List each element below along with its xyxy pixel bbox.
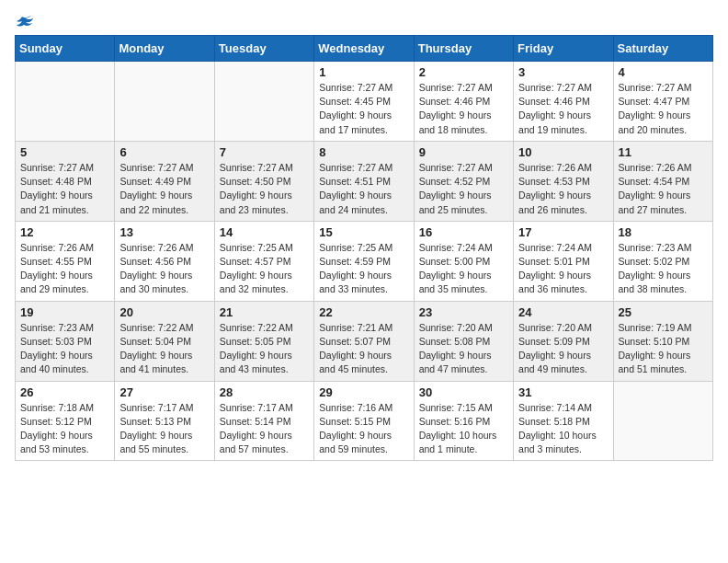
day-info: Sunrise: 7:27 AM Sunset: 4:51 PM Dayligh… (319, 161, 408, 217)
day-number: 14 (220, 225, 309, 239)
calendar-day-cell: 28Sunrise: 7:17 AM Sunset: 5:14 PM Dayli… (214, 381, 313, 461)
day-number: 27 (119, 385, 209, 399)
calendar-day-cell: 26Sunrise: 7:18 AM Sunset: 5:12 PM Dayli… (16, 381, 115, 461)
calendar-day-cell: 5Sunrise: 7:27 AM Sunset: 4:48 PM Daylig… (16, 141, 115, 221)
day-info: Sunrise: 7:25 AM Sunset: 4:57 PM Dayligh… (220, 241, 309, 297)
day-number: 26 (20, 385, 109, 399)
day-info: Sunrise: 7:21 AM Sunset: 5:07 PM Dayligh… (319, 321, 408, 377)
logo-bird-icon (17, 15, 33, 28)
calendar-week-row: 26Sunrise: 7:18 AM Sunset: 5:12 PM Dayli… (16, 381, 713, 461)
calendar-day-cell: 4Sunrise: 7:27 AM Sunset: 4:47 PM Daylig… (613, 62, 712, 142)
day-number: 12 (20, 225, 109, 239)
calendar-day-cell: 20Sunrise: 7:22 AM Sunset: 5:04 PM Dayli… (115, 301, 214, 381)
weekday-header: Monday (115, 36, 214, 62)
weekday-header: Friday (514, 36, 613, 62)
day-number: 23 (419, 305, 508, 319)
weekday-header: Sunday (16, 36, 115, 62)
day-info: Sunrise: 7:18 AM Sunset: 5:12 PM Dayligh… (20, 401, 109, 457)
calendar-day-cell: 19Sunrise: 7:23 AM Sunset: 5:03 PM Dayli… (16, 301, 115, 381)
day-info: Sunrise: 7:27 AM Sunset: 4:45 PM Dayligh… (319, 81, 408, 137)
weekday-header: Tuesday (214, 36, 313, 62)
day-number: 25 (619, 305, 708, 319)
calendar-day-cell: 9Sunrise: 7:27 AM Sunset: 4:52 PM Daylig… (414, 141, 513, 221)
day-number: 13 (119, 225, 209, 239)
calendar-day-cell: 2Sunrise: 7:27 AM Sunset: 4:46 PM Daylig… (414, 62, 513, 142)
day-info: Sunrise: 7:16 AM Sunset: 5:15 PM Dayligh… (319, 401, 408, 457)
calendar-day-cell: 10Sunrise: 7:26 AM Sunset: 4:53 PM Dayli… (514, 141, 613, 221)
page-header (15, 15, 713, 24)
weekday-header: Wednesday (314, 36, 414, 62)
day-info: Sunrise: 7:23 AM Sunset: 5:03 PM Dayligh… (20, 321, 109, 377)
day-info: Sunrise: 7:26 AM Sunset: 4:54 PM Dayligh… (619, 161, 708, 217)
day-info: Sunrise: 7:26 AM Sunset: 4:56 PM Dayligh… (119, 241, 209, 297)
day-number: 9 (419, 145, 508, 159)
calendar-day-cell: 8Sunrise: 7:27 AM Sunset: 4:51 PM Daylig… (314, 141, 414, 221)
calendar-day-cell: 13Sunrise: 7:26 AM Sunset: 4:56 PM Dayli… (115, 221, 214, 301)
day-info: Sunrise: 7:17 AM Sunset: 5:13 PM Dayligh… (119, 401, 209, 457)
day-number: 24 (518, 305, 608, 319)
calendar-day-cell: 17Sunrise: 7:24 AM Sunset: 5:01 PM Dayli… (514, 221, 613, 301)
day-info: Sunrise: 7:27 AM Sunset: 4:46 PM Dayligh… (419, 81, 508, 137)
day-number: 20 (119, 305, 209, 319)
day-info: Sunrise: 7:22 AM Sunset: 5:04 PM Dayligh… (119, 321, 209, 377)
calendar-day-cell: 12Sunrise: 7:26 AM Sunset: 4:55 PM Dayli… (16, 221, 115, 301)
day-info: Sunrise: 7:27 AM Sunset: 4:50 PM Dayligh… (220, 161, 309, 217)
day-info: Sunrise: 7:17 AM Sunset: 5:14 PM Dayligh… (220, 401, 309, 457)
day-number: 29 (319, 385, 408, 399)
logo (15, 15, 33, 24)
day-number: 11 (619, 145, 708, 159)
calendar-week-row: 12Sunrise: 7:26 AM Sunset: 4:55 PM Dayli… (16, 221, 713, 301)
day-info: Sunrise: 7:25 AM Sunset: 4:59 PM Dayligh… (319, 241, 408, 297)
day-number: 16 (419, 225, 508, 239)
calendar-day-cell: 6Sunrise: 7:27 AM Sunset: 4:49 PM Daylig… (115, 141, 214, 221)
calendar-day-cell: 14Sunrise: 7:25 AM Sunset: 4:57 PM Dayli… (214, 221, 313, 301)
day-number: 21 (220, 305, 309, 319)
weekday-header: Saturday (613, 36, 712, 62)
day-info: Sunrise: 7:23 AM Sunset: 5:02 PM Dayligh… (619, 241, 708, 297)
calendar-day-cell: 27Sunrise: 7:17 AM Sunset: 5:13 PM Dayli… (115, 381, 214, 461)
day-info: Sunrise: 7:14 AM Sunset: 5:18 PM Dayligh… (518, 401, 608, 457)
day-info: Sunrise: 7:27 AM Sunset: 4:52 PM Dayligh… (419, 161, 508, 217)
day-info: Sunrise: 7:20 AM Sunset: 5:08 PM Dayligh… (419, 321, 508, 377)
calendar-body: 1Sunrise: 7:27 AM Sunset: 4:45 PM Daylig… (16, 62, 713, 461)
day-number: 28 (220, 385, 309, 399)
day-info: Sunrise: 7:19 AM Sunset: 5:10 PM Dayligh… (619, 321, 708, 377)
day-info: Sunrise: 7:27 AM Sunset: 4:47 PM Dayligh… (619, 81, 708, 137)
day-info: Sunrise: 7:24 AM Sunset: 5:00 PM Dayligh… (419, 241, 508, 297)
day-info: Sunrise: 7:27 AM Sunset: 4:46 PM Dayligh… (518, 81, 608, 137)
calendar-day-cell: 3Sunrise: 7:27 AM Sunset: 4:46 PM Daylig… (514, 62, 613, 142)
calendar-day-cell: 25Sunrise: 7:19 AM Sunset: 5:10 PM Dayli… (613, 301, 712, 381)
weekday-header-row: SundayMondayTuesdayWednesdayThursdayFrid… (16, 36, 713, 62)
calendar-day-cell: 22Sunrise: 7:21 AM Sunset: 5:07 PM Dayli… (314, 301, 414, 381)
day-number: 7 (220, 145, 309, 159)
calendar-day-cell: 21Sunrise: 7:22 AM Sunset: 5:05 PM Dayli… (214, 301, 313, 381)
day-number: 3 (518, 65, 608, 79)
day-number: 10 (518, 145, 608, 159)
calendar-week-row: 1Sunrise: 7:27 AM Sunset: 4:45 PM Daylig… (16, 62, 713, 142)
calendar-table: SundayMondayTuesdayWednesdayThursdayFrid… (15, 35, 713, 461)
day-number: 30 (419, 385, 508, 399)
calendar-day-cell: 15Sunrise: 7:25 AM Sunset: 4:59 PM Dayli… (314, 221, 414, 301)
day-number: 19 (20, 305, 109, 319)
day-number: 4 (619, 65, 708, 79)
day-number: 1 (319, 65, 408, 79)
calendar-day-cell: 31Sunrise: 7:14 AM Sunset: 5:18 PM Dayli… (514, 381, 613, 461)
day-info: Sunrise: 7:20 AM Sunset: 5:09 PM Dayligh… (518, 321, 608, 377)
day-number: 6 (119, 145, 209, 159)
day-number: 8 (319, 145, 408, 159)
calendar-day-cell: 30Sunrise: 7:15 AM Sunset: 5:16 PM Dayli… (414, 381, 513, 461)
day-info: Sunrise: 7:24 AM Sunset: 5:01 PM Dayligh… (518, 241, 608, 297)
calendar-day-cell: 23Sunrise: 7:20 AM Sunset: 5:08 PM Dayli… (414, 301, 513, 381)
calendar-day-cell (115, 62, 214, 142)
day-number: 18 (619, 225, 708, 239)
calendar-day-cell (214, 62, 313, 142)
calendar-day-cell: 7Sunrise: 7:27 AM Sunset: 4:50 PM Daylig… (214, 141, 313, 221)
day-number: 15 (319, 225, 408, 239)
calendar-day-cell: 16Sunrise: 7:24 AM Sunset: 5:00 PM Dayli… (414, 221, 513, 301)
day-info: Sunrise: 7:26 AM Sunset: 4:53 PM Dayligh… (518, 161, 608, 217)
calendar-day-cell: 24Sunrise: 7:20 AM Sunset: 5:09 PM Dayli… (514, 301, 613, 381)
calendar-week-row: 5Sunrise: 7:27 AM Sunset: 4:48 PM Daylig… (16, 141, 713, 221)
day-info: Sunrise: 7:15 AM Sunset: 5:16 PM Dayligh… (419, 401, 508, 457)
day-number: 5 (20, 145, 109, 159)
day-info: Sunrise: 7:22 AM Sunset: 5:05 PM Dayligh… (220, 321, 309, 377)
